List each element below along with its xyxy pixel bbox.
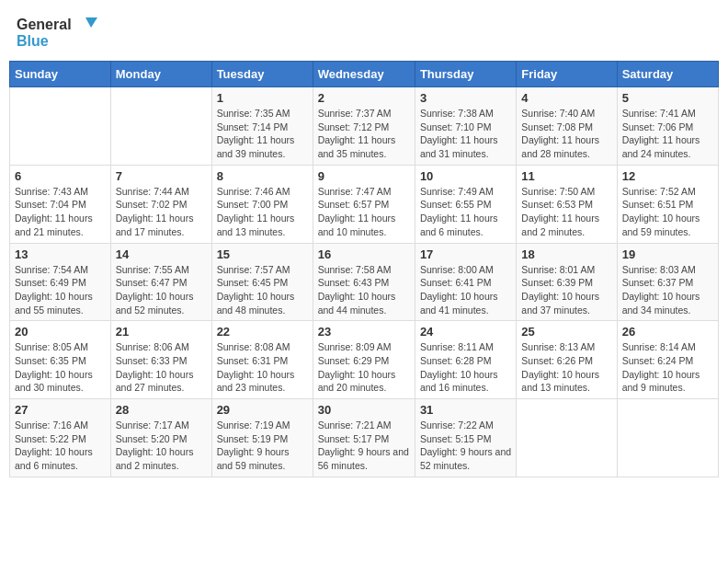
day-number: 7 [116, 169, 207, 183]
day-info: Sunrise: 8:11 AMSunset: 6:28 PMDaylight:… [420, 340, 511, 395]
day-info: Sunrise: 8:06 AMSunset: 6:33 PMDaylight:… [116, 340, 207, 395]
calendar-cell [517, 399, 617, 477]
calendar-cell: 1Sunrise: 7:35 AMSunset: 7:14 PMDaylight… [211, 87, 313, 166]
calendar-cell: 10Sunrise: 7:49 AMSunset: 6:55 PMDayligh… [415, 165, 516, 243]
calendar-cell: 28Sunrise: 7:17 AMSunset: 5:20 PMDayligh… [110, 399, 211, 477]
header-day-saturday: Saturday [617, 62, 718, 87]
day-number: 9 [318, 169, 410, 183]
day-number: 10 [420, 169, 511, 183]
day-number: 31 [420, 403, 511, 417]
week-row-1: 1Sunrise: 7:35 AMSunset: 7:14 PMDaylight… [10, 87, 719, 166]
calendar-cell: 8Sunrise: 7:46 AMSunset: 7:00 PMDaylight… [211, 165, 313, 243]
calendar-cell: 19Sunrise: 8:03 AMSunset: 6:37 PMDayligh… [617, 243, 718, 321]
day-info: Sunrise: 7:19 AMSunset: 5:19 PMDaylight:… [217, 419, 308, 473]
calendar-cell: 13Sunrise: 7:54 AMSunset: 6:49 PMDayligh… [10, 243, 111, 321]
header-day-thursday: Thursday [415, 62, 516, 87]
day-number: 5 [622, 91, 713, 105]
calendar-cell: 24Sunrise: 8:11 AMSunset: 6:28 PMDayligh… [415, 321, 516, 399]
calendar-cell: 26Sunrise: 8:14 AMSunset: 6:24 PMDayligh… [617, 321, 718, 399]
header-row: SundayMondayTuesdayWednesdayThursdayFrid… [10, 62, 719, 87]
logo: GeneralBlue [17, 13, 99, 50]
calendar-cell: 7Sunrise: 7:44 AMSunset: 7:02 PMDaylight… [110, 165, 211, 243]
calendar-cell: 18Sunrise: 8:01 AMSunset: 6:39 PMDayligh… [517, 243, 617, 321]
day-number: 16 [318, 247, 410, 261]
day-number: 20 [15, 325, 106, 339]
day-number: 14 [116, 247, 207, 261]
day-info: Sunrise: 8:00 AMSunset: 6:41 PMDaylight:… [420, 263, 511, 317]
calendar-cell: 4Sunrise: 7:40 AMSunset: 7:08 PMDaylight… [517, 87, 617, 166]
header-day-friday: Friday [517, 62, 617, 87]
day-info: Sunrise: 7:41 AMSunset: 7:06 PMDaylight:… [622, 107, 713, 161]
day-info: Sunrise: 8:05 AMSunset: 6:35 PMDaylight:… [15, 340, 106, 395]
day-number: 28 [116, 403, 207, 417]
calendar-cell [10, 87, 111, 166]
calendar-cell: 3Sunrise: 7:38 AMSunset: 7:10 PMDaylight… [415, 87, 516, 166]
day-info: Sunrise: 7:35 AMSunset: 7:14 PMDaylight:… [217, 107, 308, 161]
calendar-cell: 30Sunrise: 7:21 AMSunset: 5:17 PMDayligh… [313, 399, 415, 477]
day-info: Sunrise: 7:37 AMSunset: 7:12 PMDaylight:… [318, 107, 410, 161]
day-info: Sunrise: 8:13 AMSunset: 6:26 PMDaylight:… [521, 340, 611, 395]
header-day-monday: Monday [110, 62, 211, 87]
day-info: Sunrise: 7:50 AMSunset: 6:53 PMDaylight:… [521, 185, 611, 239]
day-info: Sunrise: 8:14 AMSunset: 6:24 PMDaylight:… [622, 340, 713, 395]
calendar-cell: 5Sunrise: 7:41 AMSunset: 7:06 PMDaylight… [617, 87, 718, 166]
calendar-cell: 17Sunrise: 8:00 AMSunset: 6:41 PMDayligh… [415, 243, 516, 321]
day-number: 11 [521, 169, 611, 183]
day-number: 3 [420, 91, 511, 105]
calendar-cell: 31Sunrise: 7:22 AMSunset: 5:15 PMDayligh… [415, 399, 516, 477]
day-info: Sunrise: 8:08 AMSunset: 6:31 PMDaylight:… [217, 340, 308, 395]
header-day-tuesday: Tuesday [211, 62, 313, 87]
day-info: Sunrise: 8:09 AMSunset: 6:29 PMDaylight:… [318, 340, 410, 395]
day-number: 26 [622, 325, 713, 339]
calendar-cell: 11Sunrise: 7:50 AMSunset: 6:53 PMDayligh… [517, 165, 617, 243]
header: GeneralBlue [9, 9, 719, 53]
day-info: Sunrise: 7:21 AMSunset: 5:17 PMDaylight:… [318, 419, 410, 473]
day-number: 24 [420, 325, 511, 339]
day-info: Sunrise: 7:46 AMSunset: 7:00 PMDaylight:… [217, 185, 308, 239]
day-info: Sunrise: 7:58 AMSunset: 6:43 PMDaylight:… [318, 263, 410, 317]
calendar-cell: 14Sunrise: 7:55 AMSunset: 6:47 PMDayligh… [110, 243, 211, 321]
svg-text:Blue: Blue [17, 33, 49, 49]
calendar-cell [110, 87, 211, 166]
day-number: 25 [521, 325, 611, 339]
calendar-cell: 15Sunrise: 7:57 AMSunset: 6:45 PMDayligh… [211, 243, 313, 321]
day-number: 4 [521, 91, 611, 105]
header-day-sunday: Sunday [10, 62, 111, 87]
day-info: Sunrise: 7:44 AMSunset: 7:02 PMDaylight:… [116, 185, 207, 239]
calendar-cell: 20Sunrise: 8:05 AMSunset: 6:35 PMDayligh… [10, 321, 111, 399]
svg-marker-2 [85, 17, 97, 28]
week-row-3: 13Sunrise: 7:54 AMSunset: 6:49 PMDayligh… [10, 243, 719, 321]
day-number: 27 [15, 403, 106, 417]
day-number: 30 [318, 403, 410, 417]
day-info: Sunrise: 7:22 AMSunset: 5:15 PMDaylight:… [420, 419, 511, 473]
week-row-2: 6Sunrise: 7:43 AMSunset: 7:04 PMDaylight… [10, 165, 719, 243]
day-info: Sunrise: 7:40 AMSunset: 7:08 PMDaylight:… [521, 107, 611, 161]
day-info: Sunrise: 7:16 AMSunset: 5:22 PMDaylight:… [15, 419, 106, 473]
day-number: 12 [622, 169, 713, 183]
svg-text:General: General [17, 17, 72, 32]
day-info: Sunrise: 7:38 AMSunset: 7:10 PMDaylight:… [420, 107, 511, 161]
calendar-cell: 25Sunrise: 8:13 AMSunset: 6:26 PMDayligh… [517, 321, 617, 399]
day-info: Sunrise: 7:47 AMSunset: 6:57 PMDaylight:… [318, 185, 410, 239]
day-number: 29 [217, 403, 308, 417]
day-number: 18 [521, 247, 611, 261]
day-info: Sunrise: 7:43 AMSunset: 7:04 PMDaylight:… [15, 185, 106, 239]
day-number: 13 [15, 247, 106, 261]
calendar-cell: 23Sunrise: 8:09 AMSunset: 6:29 PMDayligh… [313, 321, 415, 399]
week-row-4: 20Sunrise: 8:05 AMSunset: 6:35 PMDayligh… [10, 321, 719, 399]
calendar-cell: 2Sunrise: 7:37 AMSunset: 7:12 PMDaylight… [313, 87, 415, 166]
day-info: Sunrise: 7:57 AMSunset: 6:45 PMDaylight:… [217, 263, 308, 317]
calendar-cell: 12Sunrise: 7:52 AMSunset: 6:51 PMDayligh… [617, 165, 718, 243]
header-day-wednesday: Wednesday [313, 62, 415, 87]
day-info: Sunrise: 8:03 AMSunset: 6:37 PMDaylight:… [622, 263, 713, 317]
day-number: 2 [318, 91, 410, 105]
day-number: 17 [420, 247, 511, 261]
calendar-cell: 16Sunrise: 7:58 AMSunset: 6:43 PMDayligh… [313, 243, 415, 321]
calendar-cell: 22Sunrise: 8:08 AMSunset: 6:31 PMDayligh… [211, 321, 313, 399]
day-number: 21 [116, 325, 207, 339]
calendar-cell: 21Sunrise: 8:06 AMSunset: 6:33 PMDayligh… [110, 321, 211, 399]
day-info: Sunrise: 8:01 AMSunset: 6:39 PMDaylight:… [521, 263, 611, 317]
calendar-cell: 9Sunrise: 7:47 AMSunset: 6:57 PMDaylight… [313, 165, 415, 243]
logo-svg: GeneralBlue [17, 13, 99, 50]
day-number: 22 [217, 325, 308, 339]
